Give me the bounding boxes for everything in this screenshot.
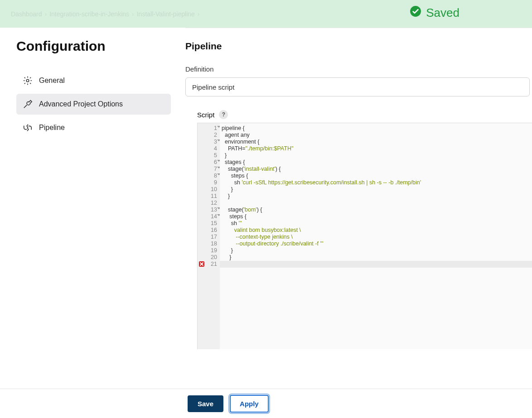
chevron-right-icon: › (132, 10, 134, 18)
sidebar-item-label: General (39, 77, 65, 85)
main-content: Pipeline Definition Pipeline script Scri… (178, 28, 532, 389)
breadcrumb-item[interactable]: Integration-scribe-in-Jenkins (49, 10, 129, 18)
svg-point-1 (26, 79, 29, 82)
sidebar-item-label: Pipeline (39, 124, 65, 132)
definition-label: Definition (185, 65, 532, 73)
apply-button[interactable]: Apply (230, 395, 269, 413)
script-label: Script (197, 111, 214, 119)
breadcrumb: Dashboard › Integration-scribe-in-Jenkin… (11, 10, 200, 18)
definition-value: Pipeline script (192, 83, 234, 91)
sidebar-item-pipeline[interactable]: Pipeline (16, 117, 171, 138)
chevron-right-icon: › (198, 10, 200, 18)
divider (185, 28, 532, 28)
page-title: Configuration (16, 38, 171, 54)
sidebar-item-advanced[interactable]: Advanced Project Options (16, 94, 171, 115)
saved-indicator: Saved (410, 5, 459, 20)
editor-gutter: 123456789101112131415161718192021 (198, 123, 220, 349)
saved-label: Saved (426, 6, 459, 20)
save-button[interactable]: Save (188, 395, 223, 412)
script-editor[interactable]: 123456789101112131415161718192021 pipeli… (197, 123, 532, 349)
help-icon[interactable]: ? (219, 110, 228, 119)
sidebar-item-label: Advanced Project Options (39, 100, 123, 108)
breadcrumb-item[interactable]: Install-Valint-piepline (137, 10, 195, 18)
wrench-icon (23, 99, 33, 109)
config-sidebar: Configuration General Advanced Project O… (0, 28, 178, 389)
gear-icon (23, 76, 33, 86)
bottom-bar: Save Apply (0, 389, 532, 418)
breadcrumb-item[interactable]: Dashboard (11, 10, 42, 18)
chevron-right-icon: › (45, 10, 47, 18)
section-heading: Pipeline (185, 41, 532, 52)
saved-banner: Dashboard › Integration-scribe-in-Jenkin… (0, 0, 532, 28)
editor-code[interactable]: pipeline { agent any environment { PATH=… (220, 123, 532, 349)
definition-select[interactable]: Pipeline script (185, 77, 530, 96)
check-circle-icon (410, 5, 421, 20)
sidebar-item-general[interactable]: General (16, 70, 171, 91)
pipeline-icon (23, 123, 33, 133)
